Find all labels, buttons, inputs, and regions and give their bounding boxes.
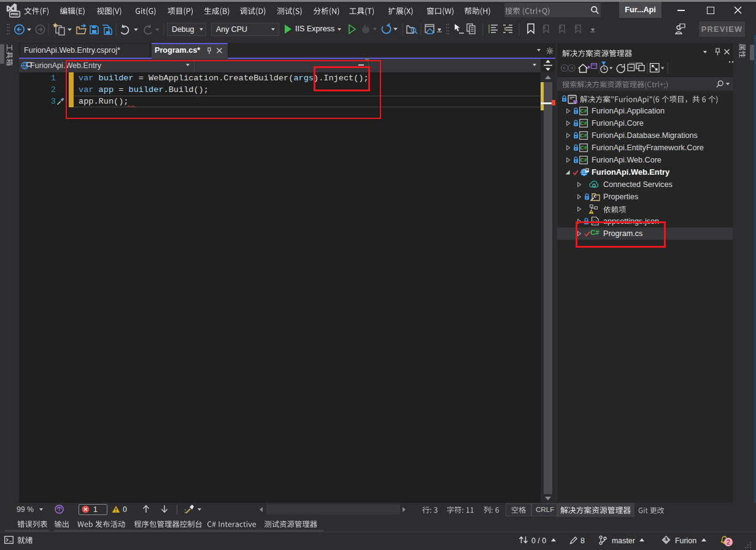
svg-text:C#: C# [580, 120, 587, 126]
svg-text:C#: C# [580, 157, 587, 163]
svg-text:C#: C# [580, 132, 587, 139]
svg-text:C#: C# [580, 108, 587, 114]
svg-text:C#: C# [580, 145, 587, 151]
